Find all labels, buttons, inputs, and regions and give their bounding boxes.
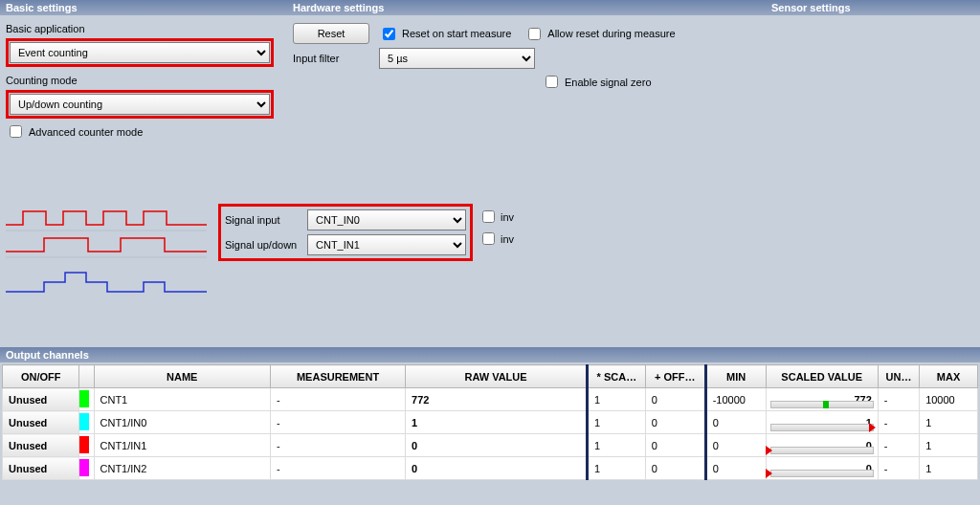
signal-input-inv-checkbox[interactable]: inv (479, 208, 514, 226)
enable-signal-zero-checkbox[interactable]: Enable signal zero (379, 73, 652, 91)
header-hardware-settings: Hardware settings (293, 2, 771, 13)
cell-measurement[interactable]: - (271, 388, 406, 411)
cell-onoff[interactable]: Unused (3, 457, 79, 480)
cell-scaled-value[interactable]: 0 (766, 457, 878, 480)
cell-name[interactable]: CNT1 (94, 388, 271, 411)
hardware-settings-block: Reset Reset on start measure Allow reset… (293, 23, 791, 144)
cell-color[interactable] (79, 434, 94, 457)
col-max[interactable]: MAX (920, 365, 978, 388)
cell-unit[interactable]: - (878, 457, 919, 480)
counting-mode-label: Counting mode (6, 75, 111, 86)
cell-off[interactable]: 0 (645, 434, 705, 457)
signal-updown-inv-input[interactable] (482, 232, 495, 245)
cell-unit[interactable]: - (878, 411, 919, 434)
cell-min[interactable]: 0 (705, 434, 766, 457)
table-row[interactable]: UnusedCNT1-77210-10000772-10000 (3, 388, 978, 411)
counting-mode-select[interactable]: Up/down counting (10, 94, 270, 115)
reset-on-start-input[interactable] (383, 28, 395, 40)
cell-sca[interactable]: 1 (588, 434, 646, 457)
signal-updown-label: Signal up/down (225, 239, 307, 251)
cell-unit[interactable]: - (878, 434, 919, 457)
cell-scaled-value[interactable]: 772 (766, 388, 878, 411)
col-sca[interactable]: * SCA… (588, 365, 646, 388)
signal-updown-inv-checkbox[interactable]: inv (479, 230, 514, 248)
basic-application-highlight: Event counting (6, 38, 274, 67)
cell-off[interactable]: 0 (645, 457, 705, 480)
cell-sca[interactable]: 1 (588, 388, 646, 411)
advanced-counter-mode-checkbox[interactable]: Advanced counter mode (6, 122, 143, 141)
col-name[interactable]: NAME (94, 365, 271, 388)
cell-max[interactable]: 10000 (920, 388, 978, 411)
signal-form: Signal input CNT_IN0 Signal up/down CNT_… (218, 204, 473, 261)
scaled-bar (770, 470, 874, 477)
cell-off[interactable]: 0 (645, 388, 705, 411)
color-swatch (79, 390, 89, 407)
cell-raw-value[interactable]: 772 (406, 388, 588, 411)
cell-name[interactable]: CNT1/IN2 (94, 457, 271, 480)
cell-scaled-value[interactable]: 0 (766, 434, 878, 457)
cell-raw-value[interactable]: 0 (406, 457, 588, 480)
signal-input-inv-input[interactable] (482, 210, 495, 223)
col-measurement[interactable]: MEASUREMENT (271, 365, 406, 388)
color-swatch (79, 436, 89, 453)
reset-button[interactable]: Reset (293, 23, 369, 44)
settings-panel: Basic application Event counting Countin… (0, 15, 980, 156)
cell-onoff[interactable]: Unused (3, 388, 79, 411)
signal-updown-select[interactable]: CNT_IN1 (307, 234, 466, 255)
col-color[interactable] (79, 365, 94, 388)
header-output-channels: Output channels (0, 347, 980, 362)
waveform-diagram (6, 204, 207, 299)
table-row[interactable]: UnusedCNT1/IN0-11001-1 (3, 411, 978, 434)
cell-name[interactable]: CNT1/IN1 (94, 434, 271, 457)
allow-reset-during-checkbox[interactable]: Allow reset during measure (524, 25, 675, 43)
allow-reset-during-input[interactable] (528, 28, 541, 40)
cell-sca[interactable]: 1 (588, 457, 646, 480)
cell-max[interactable]: 1 (920, 411, 978, 434)
col-raw-value[interactable]: RAW VALUE (406, 365, 588, 388)
cell-measurement[interactable]: - (271, 457, 406, 480)
input-filter-select[interactable]: 5 µs (379, 48, 535, 69)
cell-scaled-value[interactable]: 1 (766, 411, 878, 434)
scaled-bar (770, 424, 874, 431)
cell-off[interactable]: 0 (645, 411, 705, 434)
signal-input-inv-label: inv (501, 211, 514, 223)
col-off[interactable]: + OFF… (645, 365, 705, 388)
basic-application-label: Basic application (6, 23, 111, 34)
cell-min[interactable]: 0 (705, 457, 766, 480)
reset-on-start-label: Reset on start measure (402, 28, 511, 39)
table-row[interactable]: UnusedCNT1/IN1-01000-1 (3, 434, 978, 457)
cell-name[interactable]: CNT1/IN0 (94, 411, 271, 434)
top-section-headers: Basic settings Hardware settings Sensor … (0, 0, 980, 15)
scaled-bar (770, 401, 874, 408)
enable-signal-zero-label: Enable signal zero (565, 77, 652, 88)
cell-min[interactable]: 0 (705, 411, 766, 434)
cell-onoff[interactable]: Unused (3, 434, 79, 457)
reset-on-start-checkbox[interactable]: Reset on start measure (379, 25, 511, 43)
cell-measurement[interactable]: - (271, 411, 406, 434)
cell-min[interactable]: -10000 (705, 388, 766, 411)
cell-max[interactable]: 1 (920, 457, 978, 480)
table-row[interactable]: UnusedCNT1/IN2-01000-1 (3, 457, 978, 480)
cell-color[interactable] (79, 411, 94, 434)
cell-color[interactable] (79, 457, 94, 480)
cell-raw-value[interactable]: 1 (406, 411, 588, 434)
allow-reset-during-label: Allow reset during measure (547, 28, 675, 39)
cell-unit[interactable]: - (878, 388, 919, 411)
col-unit[interactable]: UN… (878, 365, 919, 388)
signal-input-select[interactable]: CNT_IN0 (307, 209, 466, 231)
cell-raw-value[interactable]: 0 (406, 434, 588, 457)
signal-selects-highlight: Signal input CNT_IN0 Signal up/down CNT_… (218, 204, 473, 261)
cell-measurement[interactable]: - (271, 434, 406, 457)
signal-panel: Signal input CNT_IN0 Signal up/down CNT_… (0, 194, 980, 318)
col-scaled-value[interactable]: SCALED VALUE (766, 365, 878, 388)
col-onoff[interactable]: ON/OFF (3, 365, 79, 388)
advanced-counter-mode-input[interactable] (10, 125, 22, 138)
cell-color[interactable] (79, 388, 94, 411)
cell-max[interactable]: 1 (920, 434, 978, 457)
cell-onoff[interactable]: Unused (3, 411, 79, 434)
scaled-arrow-icon (869, 423, 876, 432)
cell-sca[interactable]: 1 (588, 411, 646, 434)
col-min[interactable]: MIN (705, 365, 766, 388)
basic-application-select[interactable]: Event counting (10, 42, 270, 63)
enable-signal-zero-input[interactable] (546, 76, 558, 88)
